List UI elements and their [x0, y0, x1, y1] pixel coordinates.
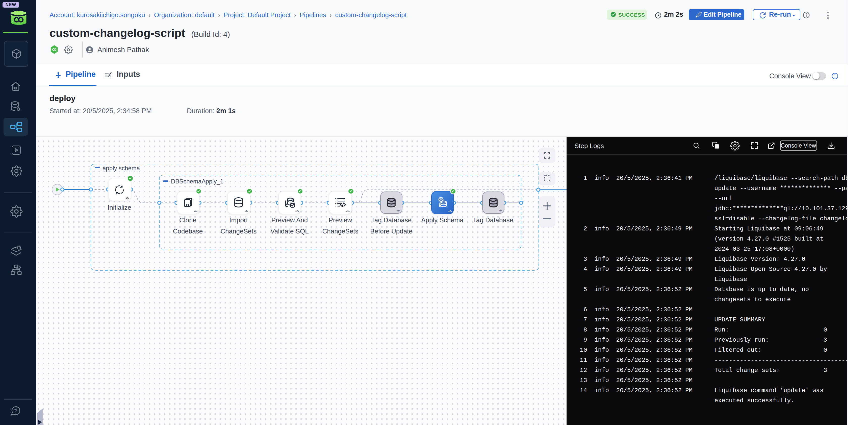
svg-text:?: ?: [14, 408, 17, 414]
